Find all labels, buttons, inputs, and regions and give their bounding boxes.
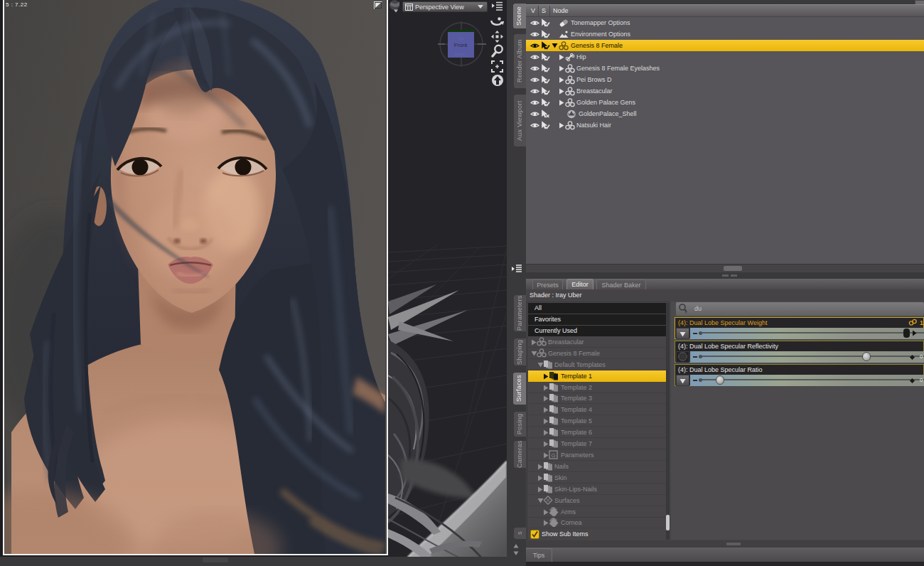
svg-text:G: G xyxy=(551,452,555,459)
svg-text:Front: Front xyxy=(454,42,468,48)
svg-text:Bottom: Bottom xyxy=(454,52,467,56)
svg-text:Top: Top xyxy=(458,36,464,41)
